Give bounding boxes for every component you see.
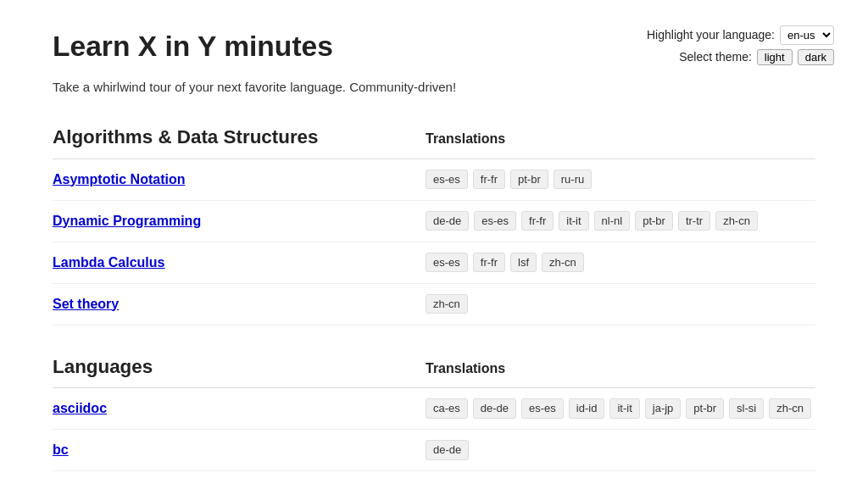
tag[interactable]: ca-es bbox=[426, 398, 468, 419]
asymptotic-notation-link[interactable]: Asymptotic Notation bbox=[53, 172, 185, 186]
tag[interactable]: fr-fr bbox=[473, 253, 505, 273]
set-theory-tags: zh-cn bbox=[426, 294, 815, 314]
top-controls: Highlight your language: en-us de-de es-… bbox=[647, 25, 834, 66]
table-row: Asymptotic Notation es-es fr-fr pt-br ru… bbox=[53, 159, 815, 201]
tag[interactable]: pt-br bbox=[686, 398, 724, 419]
tag[interactable]: it-it bbox=[609, 398, 639, 419]
algorithms-section-title: Algorithms & Data Structures bbox=[53, 123, 426, 152]
lambda-calculus-link[interactable]: Lambda Calculus bbox=[53, 255, 164, 270]
asciidoc-link[interactable]: asciidoc bbox=[53, 401, 107, 415]
tag[interactable]: pt-br bbox=[635, 211, 673, 231]
dynamic-programming-link[interactable]: Dynamic Programming bbox=[53, 214, 201, 228]
bc-link[interactable]: bc bbox=[53, 442, 69, 457]
tag[interactable]: es-es bbox=[521, 398, 564, 419]
tag[interactable]: nl-nl bbox=[594, 211, 631, 231]
tag[interactable]: id-id bbox=[569, 398, 605, 419]
tag[interactable]: zh-cn bbox=[542, 253, 584, 273]
highlight-label: Highlight your language: bbox=[647, 26, 775, 44]
theme-light-button[interactable]: light bbox=[757, 49, 793, 65]
languages-translations-header: Translations bbox=[426, 359, 505, 379]
tag[interactable]: sl-si bbox=[729, 398, 764, 419]
set-theory-link[interactable]: Set theory bbox=[53, 297, 119, 311]
bc-tags: de-de bbox=[426, 440, 815, 460]
language-select[interactable]: en-us de-de es-es fr-fr pt-br zh-cn bbox=[780, 25, 834, 45]
lambda-calculus-tags: es-es fr-fr lsf zh-cn bbox=[426, 253, 815, 273]
tag[interactable]: zh-cn bbox=[769, 398, 811, 419]
tag[interactable]: es-es bbox=[426, 170, 468, 190]
tag[interactable]: tr-tr bbox=[678, 211, 710, 231]
tag[interactable]: fr-fr bbox=[521, 211, 554, 231]
theme-dark-button[interactable]: dark bbox=[798, 49, 834, 65]
tag[interactable]: de-de bbox=[473, 398, 516, 419]
site-subtitle: Take a whirlwind tour of your next favor… bbox=[53, 78, 815, 97]
theme-label: Select theme: bbox=[679, 48, 752, 66]
algorithms-translations-header: Translations bbox=[426, 129, 505, 149]
languages-section-title: Languages bbox=[53, 353, 426, 381]
tag[interactable]: de-de bbox=[426, 440, 469, 460]
table-row: Lambda Calculus es-es fr-fr lsf zh-cn bbox=[53, 242, 815, 284]
tag[interactable]: it-it bbox=[559, 211, 588, 231]
table-row: Dynamic Programming de-de es-es fr-fr it… bbox=[53, 201, 815, 242]
tag[interactable]: ja-jp bbox=[645, 398, 682, 419]
languages-section: Languages Translations asciidoc ca-es de… bbox=[53, 353, 815, 472]
tag[interactable]: es-es bbox=[426, 253, 468, 273]
tag[interactable]: fr-fr bbox=[473, 170, 505, 190]
algorithms-section: Algorithms & Data Structures Translation… bbox=[53, 123, 815, 325]
tag[interactable]: es-es bbox=[474, 211, 516, 231]
asciidoc-tags: ca-es de-de es-es id-id it-it ja-jp pt-b… bbox=[426, 398, 815, 419]
table-row: asciidoc ca-es de-de es-es id-id it-it j… bbox=[53, 388, 815, 430]
tag[interactable]: lsf bbox=[510, 253, 537, 273]
asymptotic-notation-tags: es-es fr-fr pt-br ru-ru bbox=[426, 170, 815, 190]
tag[interactable]: de-de bbox=[426, 211, 469, 231]
table-row: bc de-de bbox=[53, 430, 815, 471]
tag[interactable]: zh-cn bbox=[426, 294, 468, 314]
tag[interactable]: pt-br bbox=[510, 170, 548, 190]
dynamic-programming-tags: de-de es-es fr-fr it-it nl-nl pt-br tr-t… bbox=[426, 211, 815, 231]
tag[interactable]: ru-ru bbox=[554, 170, 592, 190]
table-row: Set theory zh-cn bbox=[53, 284, 815, 325]
tag[interactable]: zh-cn bbox=[715, 211, 758, 231]
